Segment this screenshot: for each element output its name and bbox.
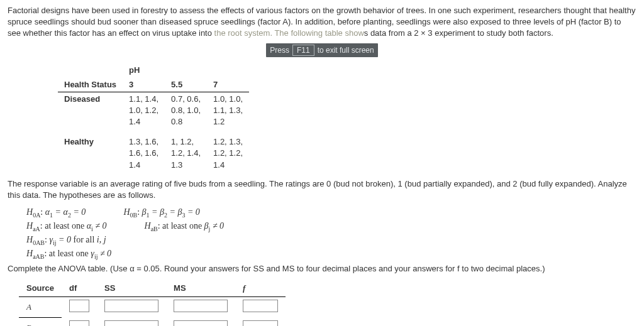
input-A-ss[interactable]: [104, 300, 158, 312]
ph-header: pH: [123, 63, 249, 77]
cell-healthy-7: 1.2, 1.3, 1.2, 1.2, 1.4: [207, 135, 249, 172]
cell-diseased-5-5: 0.7, 0.6, 0.8, 1.0, 0.8: [165, 92, 207, 129]
hint-pre: Press: [270, 45, 289, 56]
hyp-h0b: H0B: β1 = β2 = β3 = 0: [123, 206, 200, 220]
data-table-wrap: pH Health Status 3 5.5 7 Diseased 1.1, 1…: [58, 63, 636, 172]
anova-source-A: A: [19, 296, 62, 318]
cell-healthy-5-5: 1, 1.2, 1.2, 1.4, 1.3: [165, 135, 207, 172]
response-description: The response variable is an average rati…: [8, 178, 636, 201]
intro-text-b: s data from a 2 × 3 experiment to study …: [364, 28, 553, 38]
hyp-hab: HaB: at least one βj ≠ 0: [145, 220, 225, 234]
hint-key: F11: [292, 45, 314, 57]
data-table: pH Health Status 3 5.5 7 Diseased 1.1, 1…: [58, 63, 249, 172]
ph-level-2: 7: [207, 78, 249, 92]
cell-healthy-3: 1.3, 1.6, 1.6, 1.6, 1.4: [123, 135, 165, 172]
anova-h-f: f: [235, 280, 286, 297]
hyp-h0ab: H0AB: γij = 0 for all i, j: [26, 234, 636, 247]
row-diseased-label: Diseased: [58, 92, 123, 129]
ph-level-1: 5.5: [165, 78, 207, 92]
anova-instruction: Complete the ANOVA table. (Use α = 0.05.…: [8, 263, 636, 274]
anova-h-ss: SS: [97, 280, 166, 297]
fullscreen-hint-bar: Press F11 to exit full screen: [8, 43, 636, 58]
anova-h-df: df: [62, 280, 97, 297]
input-A-f[interactable]: [243, 300, 278, 312]
ph-level-0: 3: [123, 78, 165, 92]
cell-diseased-7: 1.0, 1.0, 1.1, 1.3, 1.2: [207, 92, 249, 129]
anova-row-A: A: [19, 296, 286, 318]
anova-h-source: Source: [19, 280, 62, 297]
health-status-header: Health Status: [58, 78, 123, 92]
hyp-haab: HaAB: at least one γij ≠ 0: [26, 247, 636, 261]
hyp-haa: HaA: at least one αi ≠ 0: [26, 220, 107, 234]
anova-wrap: Source df SS MS f A B: [19, 280, 636, 326]
anova-row-B: B: [19, 318, 286, 326]
cell-diseased-3: 1.1, 1.4, 1.0, 1.2, 1.4: [123, 92, 165, 129]
input-A-df[interactable]: [69, 300, 89, 312]
input-B-f[interactable]: [243, 320, 278, 326]
input-A-ms[interactable]: [174, 300, 228, 312]
input-B-ms[interactable]: [174, 320, 228, 326]
row-healthy-label: Healthy: [58, 135, 123, 172]
hyp-h0a: H0A: α1 = α2 = 0: [26, 206, 86, 220]
input-B-df[interactable]: [69, 320, 89, 326]
fullscreen-hint: Press F11 to exit full screen: [266, 43, 377, 58]
anova-table: Source df SS MS f A B: [19, 280, 286, 326]
problem-intro: Factorial designs have been used in fore…: [8, 5, 636, 40]
anova-source-B: B: [19, 318, 62, 326]
intro-dimmed: the root system. The following table sho…: [214, 28, 364, 38]
input-B-ss[interactable]: [104, 320, 158, 326]
anova-h-ms: MS: [166, 280, 235, 297]
hypotheses-block: H0A: α1 = α2 = 0 H0B: β1 = β2 = β3 = 0 H…: [26, 206, 636, 261]
hint-post: to exit full screen: [318, 45, 374, 56]
